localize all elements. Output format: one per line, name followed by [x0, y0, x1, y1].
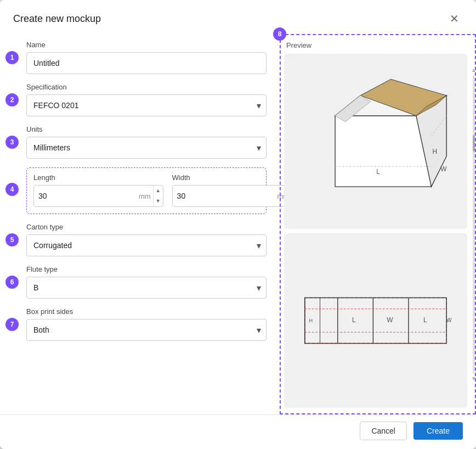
box-print-sides-label: Box print sides: [26, 307, 267, 316]
dialog-header: Create new mockup ✕: [0, 0, 476, 34]
step-3-indicator: 3: [5, 136, 19, 149]
preview-label: Preview: [286, 41, 311, 49]
box-print-sides-select-wrapper: Both Inside Outside ▾: [26, 319, 267, 341]
flute-type-label: Flute type: [26, 265, 267, 273]
carton-type-group: 5 Carton type Corrugated Solid Microflut…: [26, 223, 267, 256]
dialog-title: Create new mockup: [13, 13, 101, 25]
preview-3d-box: L W H: [284, 54, 467, 229]
name-label: Name: [26, 41, 267, 49]
specification-select[interactable]: FEFCO 0201 FEFCO 0202 FEFCO 0203: [26, 94, 267, 116]
carton-type-label: Carton type: [26, 223, 267, 231]
step-1-indicator: 1: [5, 51, 19, 64]
length-stepper: ▲ ▼: [153, 186, 163, 206]
units-group: 3 Units Millimeters Centimeters Inches ▾: [26, 125, 267, 159]
dimensions-container: Length mm ▲ ▼: [26, 167, 267, 214]
length-label: Length: [33, 173, 163, 182]
svg-text:L: L: [376, 168, 380, 176]
preview-scrollbar: ▲ ▼: [472, 67, 476, 381]
specification-select-wrapper: FEFCO 0201 FEFCO 0202 FEFCO 0203 ▾: [26, 94, 267, 116]
scroll-up-icon[interactable]: ▲: [471, 67, 476, 73]
svg-text:L: L: [352, 316, 356, 324]
cancel-button[interactable]: Cancel: [360, 422, 407, 440]
specification-group: 2 Specification FEFCO 0201 FEFCO 0202 FE…: [26, 83, 267, 116]
box-print-sides-group: 7 Box print sides Both Inside Outside ▾: [26, 307, 267, 341]
step-6-indicator: 6: [5, 276, 19, 289]
svg-text:H: H: [432, 148, 437, 155]
form-panel: 1 Name 2 Specification FEFCO 0201 FEFCO …: [0, 34, 280, 414]
svg-text:W: W: [440, 166, 447, 173]
dimensions-row: Length mm ▲ ▼: [33, 173, 259, 207]
flute-type-select[interactable]: A B C E F: [26, 277, 267, 299]
dialog-footer: Cancel Create: [0, 414, 476, 449]
flute-type-select-wrapper: A B C E F ▾: [26, 277, 267, 299]
length-decrement-button[interactable]: ▼: [154, 196, 163, 206]
step-4-indicator: 4: [5, 183, 19, 196]
svg-marker-0: [335, 116, 431, 187]
step-7-indicator: 7: [5, 318, 19, 331]
create-button[interactable]: Create: [413, 422, 463, 440]
length-input[interactable]: [34, 186, 139, 206]
scroll-track: [473, 75, 475, 373]
preview-label-wrapper: Preview: [284, 41, 467, 49]
box-3d-svg: L W H: [299, 75, 452, 207]
name-group: 1 Name: [26, 41, 267, 74]
units-select-wrapper: Millimeters Centimeters Inches ▾: [26, 137, 267, 159]
box-print-sides-select[interactable]: Both Inside Outside: [26, 319, 267, 341]
dialog: Create new mockup ✕ 1 Name 2 Specificati…: [0, 0, 476, 449]
svg-text:H: H: [309, 318, 313, 323]
svg-text:L: L: [423, 316, 427, 324]
scroll-down-icon[interactable]: ▼: [471, 375, 476, 381]
length-field: Length mm ▲ ▼: [33, 173, 163, 207]
length-unit: mm: [139, 192, 153, 200]
specification-label: Specification: [26, 83, 267, 91]
carton-type-select[interactable]: Corrugated Solid Microflute: [26, 234, 267, 256]
close-button[interactable]: ✕: [445, 10, 463, 27]
step-2-indicator: 2: [5, 93, 19, 106]
step-5-indicator: 5: [5, 233, 19, 246]
close-icon: ✕: [450, 12, 459, 25]
units-select[interactable]: Millimeters Centimeters Inches: [26, 137, 267, 159]
preview-panel: 8 Preview: [280, 34, 476, 414]
width-input[interactable]: [173, 186, 277, 206]
carton-type-select-wrapper: Corrugated Solid Microflute ▾: [26, 234, 267, 256]
dialog-body: 1 Name 2 Specification FEFCO 0201 FEFCO …: [0, 34, 476, 414]
units-label: Units: [26, 125, 267, 133]
name-input[interactable]: [26, 52, 267, 74]
box-flat-svg: H L W L W: [299, 288, 452, 353]
dimensions-group: 4 Length mm ▲ ▼: [26, 167, 267, 214]
form-panel-inner: 1 Name 2 Specification FEFCO 0201 FEFCO …: [13, 41, 267, 341]
preview-flat-box: H L W L W: [284, 233, 467, 408]
svg-text:W: W: [387, 316, 393, 324]
length-increment-button[interactable]: ▲: [154, 186, 163, 196]
length-input-wrapper: mm ▲ ▼: [33, 185, 163, 207]
scroll-thumb[interactable]: [473, 135, 475, 151]
step-8-indicator: 8: [273, 27, 286, 41]
svg-text:W: W: [446, 317, 452, 323]
flute-type-group: 6 Flute type A B C E F ▾: [26, 265, 267, 299]
